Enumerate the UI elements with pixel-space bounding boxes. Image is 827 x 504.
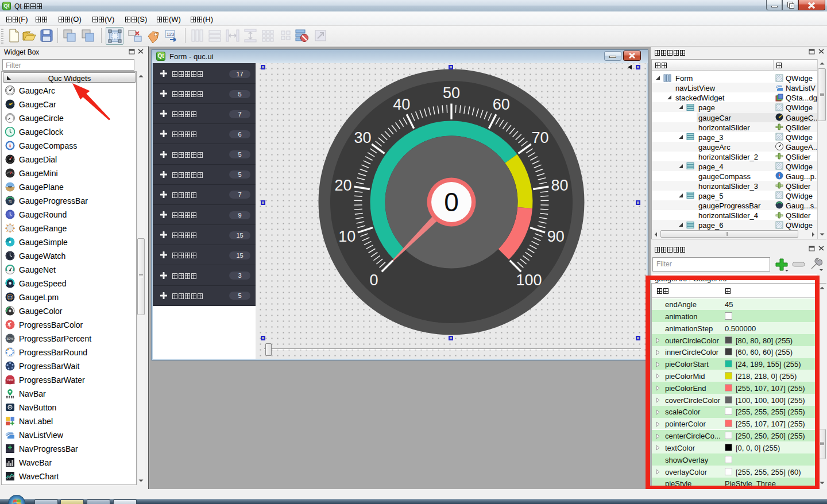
svg-text:30: 30 <box>354 129 371 146</box>
svg-text:10: 10 <box>338 228 355 245</box>
svg-text:2.2: 2.2 <box>8 296 12 299</box>
svg-text:70: 70 <box>531 129 548 146</box>
svg-text:75: 75 <box>8 200 11 203</box>
svg-text:74%: 74% <box>7 378 13 382</box>
svg-text:0: 0 <box>444 187 459 217</box>
svg-text:50: 50 <box>443 84 460 102</box>
svg-text:40: 40 <box>393 96 410 113</box>
svg-text:60: 60 <box>493 96 510 113</box>
svg-text:20: 20 <box>334 177 351 194</box>
svg-text:50%: 50% <box>7 337 13 340</box>
svg-text:80: 80 <box>551 177 569 194</box>
svg-text:0: 0 <box>369 272 378 289</box>
svg-text:123: 123 <box>167 32 175 37</box>
svg-text:90: 90 <box>547 228 565 245</box>
svg-text:100: 100 <box>516 272 542 289</box>
